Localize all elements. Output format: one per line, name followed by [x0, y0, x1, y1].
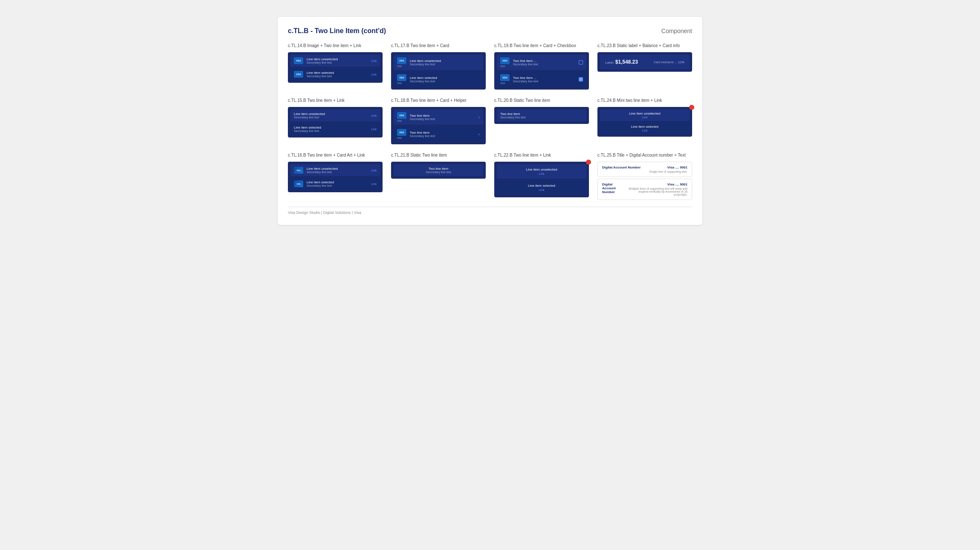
list-item-selected[interactable]: VISA Line item selected Secondary line t…	[290, 178, 380, 190]
item-link[interactable]: Link	[371, 128, 377, 131]
balance-item: Label: $1,548.23 Card nickname ... 1234	[600, 55, 690, 69]
chevron-right-icon: ›	[479, 132, 480, 137]
list-item[interactable]: VISA Line item unselected Secondary line…	[290, 164, 380, 176]
section-title-19: c.TL.19.B Two line item + Card + Checkbo…	[494, 43, 589, 48]
section-title-14: c.TL.14.B Image + Two line item + Link	[288, 43, 383, 48]
section-title-16: c.TL.16.B Two line item + Card Art + Lin…	[288, 153, 383, 157]
container-23: Label: $1,548.23 Card nickname ... 1234	[597, 52, 692, 72]
section-c-tl-22: c.TL.22.B Two line item + Link Line item…	[494, 153, 589, 200]
section-title-24: c.TL.24.B Mini two line item + Link	[597, 98, 692, 103]
item-link[interactable]: Link	[539, 172, 544, 175]
balance-label: Label:	[605, 61, 615, 65]
mini-link[interactable]: Link	[642, 129, 648, 132]
section-c-tl-20: c.TL.20.B Static Two line item Two line …	[494, 98, 589, 144]
item-text: Line item selected Secondary line text	[294, 126, 368, 132]
section-c-tl-21: c.TL.21.B Static Two line item Two line …	[391, 153, 486, 200]
list-item-selected[interactable]: Line item selected Link	[497, 180, 586, 195]
section-title-18: c.TL.18.B Two line item + Card + Helper	[391, 98, 486, 103]
list-item[interactable]: VISA VISA Two line item Secondary line t…	[394, 109, 483, 125]
section-c-tl-16: c.TL.16.B Two line item + Card Art + Lin…	[288, 153, 383, 200]
section-title-25: c.TL.25.B Title + Digital Account number…	[597, 153, 692, 157]
checkbox-unchecked[interactable]	[579, 60, 583, 65]
container-20: Two line item Secondary line text	[494, 107, 589, 124]
list-item: Two line item Secondary line text	[394, 164, 483, 176]
support-text: Multiple lines of supporting text will w…	[625, 187, 687, 196]
list-item-selected[interactable]: VISA Line item selected Secondary line t…	[290, 68, 380, 80]
main-card: c.TL.B - Two Line Item (cont'd) Componen…	[278, 17, 702, 225]
list-item-selected[interactable]: Line item selected Secondary line text L…	[290, 123, 380, 135]
item-text: Line item selected Secondary line text	[307, 180, 368, 187]
item-text: Two line item Secondary line text	[410, 114, 475, 121]
container-16: VISA Line item unselected Secondary line…	[288, 162, 383, 192]
digital-account-item: Digital Account Number Visa .... 9001 Si…	[597, 162, 692, 177]
card-icon: VISA	[500, 74, 510, 81]
card-info: Card nickname ... 1234	[654, 61, 684, 64]
chevron-right-icon: ›	[479, 115, 480, 120]
container-22: Line item unselected Link Line item sele…	[494, 162, 589, 197]
section-title-22: c.TL.22.B Two line item + Link	[494, 153, 589, 157]
section-c-tl-15: c.TL.15.B Two line item + Link Line item…	[288, 98, 383, 144]
list-item-selected[interactable]: VISA VISA Two line item ... Secondary li…	[497, 72, 586, 87]
item-text: Line item unselected Secondary line text	[294, 112, 368, 119]
item-text: Line item selected Secondary line text	[410, 76, 480, 83]
section-title-20: c.TL.20.B Static Two line item	[494, 98, 589, 103]
card-icon: VISA	[294, 57, 303, 64]
item-text: Line item unselected Secondary line text	[307, 57, 368, 64]
section-c-tl-17: c.TL.17.B Two line item + Card VISA VISA…	[391, 43, 486, 90]
card-icon: VISA	[397, 74, 406, 81]
list-item[interactable]: VISA VISA Two line item ... Secondary li…	[497, 55, 586, 70]
list-item: Two line item Secondary line text	[497, 109, 586, 121]
card-icon: VISA	[397, 129, 406, 136]
item-link[interactable]: Link	[371, 73, 377, 76]
section-c-tl-25: c.TL.25.B Title + Digital Account number…	[597, 153, 692, 200]
section-title-23: c.TL.23.B Static label + Balance + Card …	[597, 43, 692, 48]
card-art-icon: VISA	[294, 180, 303, 187]
item-text: Line item unselected Secondary line text	[410, 59, 480, 66]
container-21: Two line item Secondary line text	[391, 162, 486, 179]
page-footer: Visa Design Studio | Digital Solutions |…	[288, 207, 692, 215]
list-item[interactable]: VISA Line item unselected Secondary line…	[290, 55, 380, 67]
container-17: VISA VISA Line item unselected Secondary…	[391, 52, 486, 90]
page-title: c.TL.B - Two Line Item (cont'd)	[288, 27, 386, 35]
list-item[interactable]: VISA VISA Line item unselected Secondary…	[394, 55, 483, 70]
card-art-icon: VISA	[294, 167, 303, 174]
mini-link[interactable]: Link	[642, 116, 648, 119]
page-label: Component	[662, 28, 692, 34]
item-link[interactable]: Link	[371, 182, 377, 185]
section-title-21: c.TL.21.B Static Two line item	[391, 153, 486, 157]
section-title-15: c.TL.15.B Two line item + Link	[288, 98, 383, 103]
section-c-tl-14: c.TL.14.B Image + Two line item + Link V…	[288, 43, 383, 90]
account-label: Digital Account Number	[602, 182, 622, 194]
card-icon: VISA	[294, 71, 303, 78]
section-c-tl-23: c.TL.23.B Static label + Balance + Card …	[597, 43, 692, 90]
item-text: Line item selected Secondary line text	[307, 71, 368, 78]
item-text: Two line item ... Secondary line text	[513, 76, 575, 83]
container-19: VISA VISA Two line item ... Secondary li…	[494, 52, 589, 90]
list-item[interactable]: Line item unselected Link	[497, 164, 586, 179]
item-link[interactable]: Link	[371, 114, 377, 117]
list-item-selected[interactable]: VISA VISA Line item selected Secondary l…	[394, 72, 483, 87]
red-dot-indicator	[689, 105, 694, 110]
container-15: Line item unselected Secondary line text…	[288, 107, 383, 138]
item-link[interactable]: Link	[539, 188, 544, 191]
red-dot-indicator	[586, 160, 591, 165]
mini-item[interactable]: Line item unselected Link	[600, 109, 690, 121]
components-grid: c.TL.14.B Image + Two line item + Link V…	[288, 43, 692, 200]
item-text: Two line item ... Secondary line text	[513, 59, 575, 66]
item-link[interactable]: Link	[371, 169, 377, 172]
account-value: Visa .... 9001	[649, 166, 687, 169]
container-14: VISA Line item unselected Secondary line…	[288, 52, 383, 83]
item-text: Line item unselected Secondary line text	[307, 167, 368, 174]
container-18: VISA VISA Two line item Secondary line t…	[391, 107, 486, 144]
mini-item-selected[interactable]: Line item selected Link	[600, 123, 690, 134]
list-item-selected[interactable]: VISA VISA Two line item Secondary line t…	[394, 126, 483, 142]
account-label: Digital Account Number	[602, 166, 641, 169]
list-item[interactable]: Line item unselected Secondary line text…	[290, 109, 380, 121]
card-icon: VISA	[397, 112, 406, 119]
page-header: c.TL.B - Two Line Item (cont'd) Componen…	[288, 27, 692, 35]
checkbox-checked[interactable]	[579, 77, 583, 81]
section-c-tl-18: c.TL.18.B Two line item + Card + Helper …	[391, 98, 486, 144]
item-link[interactable]: Link	[371, 59, 377, 62]
card-icon: VISA	[397, 57, 406, 64]
section-c-tl-24: c.TL.24.B Mini two line item + Link Line…	[597, 98, 692, 144]
